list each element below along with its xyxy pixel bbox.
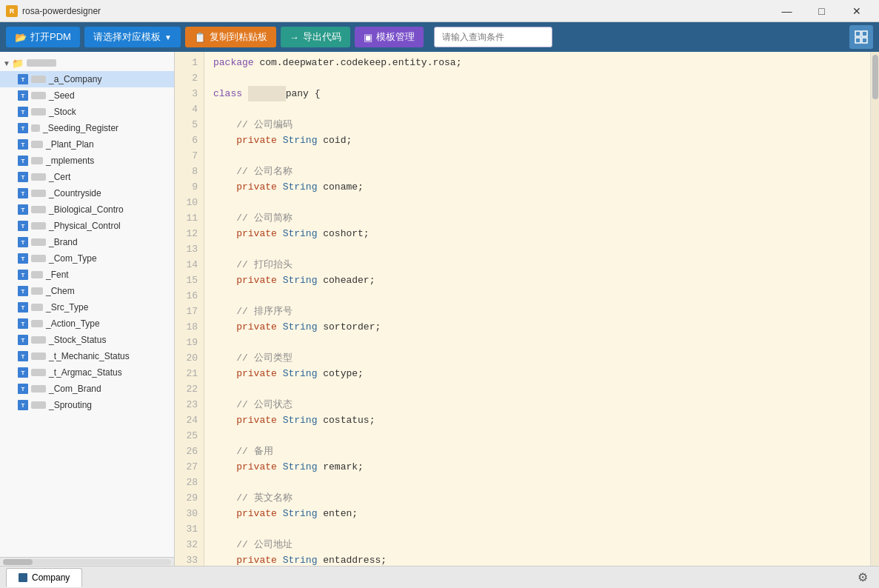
grid-view-button[interactable] <box>849 25 873 49</box>
tree-item-label: _Countryside <box>49 188 101 198</box>
tree-file-icon: T <box>18 237 28 247</box>
svg-rect-0 <box>855 31 860 36</box>
template-icon: ▣ <box>364 32 372 43</box>
company-tab[interactable]: Company <box>6 568 82 587</box>
tree-item-fent[interactable]: T _Fent <box>0 267 174 283</box>
code-line-15: private String coheader; <box>213 273 861 288</box>
code-line-26: // 备用 <box>213 444 861 459</box>
tree-item-plant-plan[interactable]: T _Plant_Plan <box>0 136 174 153</box>
tree-item-cert[interactable]: T _Cert <box>0 169 174 185</box>
code-line-3: class pany { <box>213 86 861 101</box>
tree-item-label: _Com_Type <box>49 253 97 264</box>
tree-item-stock[interactable]: T _Stock <box>0 104 174 120</box>
code-line-28 <box>213 475 861 490</box>
code-line-14: // 打印抬头 <box>213 257 861 273</box>
tree-item-seed[interactable]: T _Seed <box>0 87 174 104</box>
tree-item-company[interactable]: T _a_Company <box>0 71 174 87</box>
settings-button[interactable]: ⚙ <box>852 567 873 588</box>
tree-collapse-icon[interactable]: ▼ <box>3 59 10 67</box>
svg-rect-2 <box>855 38 860 43</box>
code-line-33: private String entaddress; <box>213 552 861 566</box>
tree-item-stock-status[interactable]: T _Stock_Status <box>0 332 174 348</box>
code-line-5: // 公司编码 <box>213 117 861 133</box>
code-content[interactable]: package com.deepwater.codekeep.entity.ro… <box>204 52 870 566</box>
vertical-scrollbar[interactable] <box>870 52 879 566</box>
tree-folder-icon: 📁 <box>12 58 24 69</box>
copy-clipboard-button[interactable]: 📋 复制到粘贴板 <box>185 27 276 47</box>
app-icon: R <box>6 5 18 17</box>
open-pdm-button[interactable]: 📂 打开PDM <box>6 27 80 47</box>
tab-label: Company <box>32 572 70 583</box>
code-line-1: package com.deepwater.codekeep.entity.ro… <box>213 55 861 70</box>
svg-rect-3 <box>862 38 867 43</box>
title-bar: R rosa-powerdesigner — □ ✕ <box>0 0 879 22</box>
tree-item-label: _Src_Type <box>46 302 88 313</box>
tree-file-icon: T <box>18 90 28 101</box>
tree-item-action-type[interactable]: T _Action_Type <box>0 315 174 332</box>
tree-item-label: _a_Company <box>49 74 101 84</box>
code-line-27: private String remark; <box>213 459 861 475</box>
copy-icon: 📋 <box>194 32 206 43</box>
tree-item-label: _Physical_Control <box>49 221 121 231</box>
code-line-21: private String cotype; <box>213 366 861 381</box>
code-line-10 <box>213 195 861 210</box>
tree-item-label: _Stock <box>49 107 76 117</box>
code-line-31 <box>213 521 861 537</box>
tree-item-label: _Action_Type <box>46 318 100 329</box>
tree-file-icon: T <box>18 286 28 296</box>
tree-item-src-type[interactable]: T _Src_Type <box>0 299 174 315</box>
tree-item-physical[interactable]: T _Physical_Control <box>0 218 174 234</box>
scrollbar-thumb[interactable] <box>872 55 878 99</box>
tree-file-icon: T <box>18 400 28 410</box>
code-line-7 <box>213 148 861 164</box>
tree-item-seeding[interactable]: T _Seeding_Register <box>0 120 174 136</box>
tree-item-com-brand[interactable]: T _Com_Brand <box>0 381 174 397</box>
tree-item-biological[interactable]: T _Biological_Contro <box>0 201 174 218</box>
export-code-button[interactable]: → 导出代码 <box>281 27 350 47</box>
horizontal-scrollbar[interactable] <box>0 557 174 566</box>
tree-container[interactable]: ▼ 📁 T _a_Company T _Seed T _Stock T <box>0 52 174 557</box>
tree-item-label: _Brand <box>49 237 78 247</box>
code-line-6: private String coid; <box>213 133 861 148</box>
tree-item-label: _Seed <box>49 90 75 101</box>
tree-item-mechanic-status[interactable]: T _t_Mechanic_Status <box>0 348 174 364</box>
tree-item-label: _Chem <box>46 286 75 296</box>
h-scroll-thumb <box>3 559 33 565</box>
code-line-18: private String sortorder; <box>213 319 861 335</box>
code-line-17: // 排序序号 <box>213 304 861 319</box>
code-line-8: // 公司名称 <box>213 164 861 179</box>
tree-item-brand[interactable]: T _Brand <box>0 234 174 250</box>
code-line-19 <box>213 335 861 350</box>
code-line-13 <box>213 241 861 257</box>
code-line-9: private String coname; <box>213 179 861 195</box>
tree-item-countryside[interactable]: T _Countryside <box>0 185 174 201</box>
code-line-24: private String costatus; <box>213 412 861 428</box>
export-icon: → <box>290 32 299 43</box>
line-numbers: 1 2 3 4 5 6 7 8 9 10 11 12 13 14 15 16 1… <box>175 52 204 566</box>
tree-item-label: _t_Mechanic_Status <box>49 351 130 361</box>
main-area: ▼ 📁 T _a_Company T _Seed T _Stock T <box>0 52 879 566</box>
minimize-button[interactable]: — <box>770 0 803 22</box>
tree-item-sprouting[interactable]: T _Sprouting <box>0 397 174 413</box>
code-line-23: // 公司状态 <box>213 397 861 412</box>
tree-item-implements[interactable]: T _mplements <box>0 153 174 169</box>
open-pdm-icon: 📂 <box>15 32 27 43</box>
tree-item-label: _Cert <box>49 172 70 182</box>
code-line-11: // 公司简称 <box>213 210 861 226</box>
maximize-button[interactable]: □ <box>805 0 838 22</box>
tree-file-icon: T <box>18 107 28 117</box>
tree-item-label: _Stock_Status <box>49 335 106 345</box>
dropdown-arrow-icon: ▼ <box>164 33 172 41</box>
close-button[interactable]: ✕ <box>840 0 873 22</box>
code-line-22 <box>213 381 861 397</box>
tree-item-label: _Plant_Plan <box>46 139 94 150</box>
search-input[interactable] <box>434 27 552 47</box>
tree-file-icon: T <box>18 221 28 231</box>
tree-item-argmac-status[interactable]: T _t_Argmac_Status <box>0 364 174 381</box>
tree-item-chem[interactable]: T _Chem <box>0 283 174 299</box>
select-template-button[interactable]: 请选择对应模板 ▼ <box>84 27 181 47</box>
template-mgmt-button[interactable]: ▣ 模板管理 <box>355 27 424 47</box>
tree-item-com-type[interactable]: T _Com_Type <box>0 250 174 267</box>
tree-item-label: _Sprouting <box>49 400 92 410</box>
tree-file-icon: T <box>18 123 28 133</box>
